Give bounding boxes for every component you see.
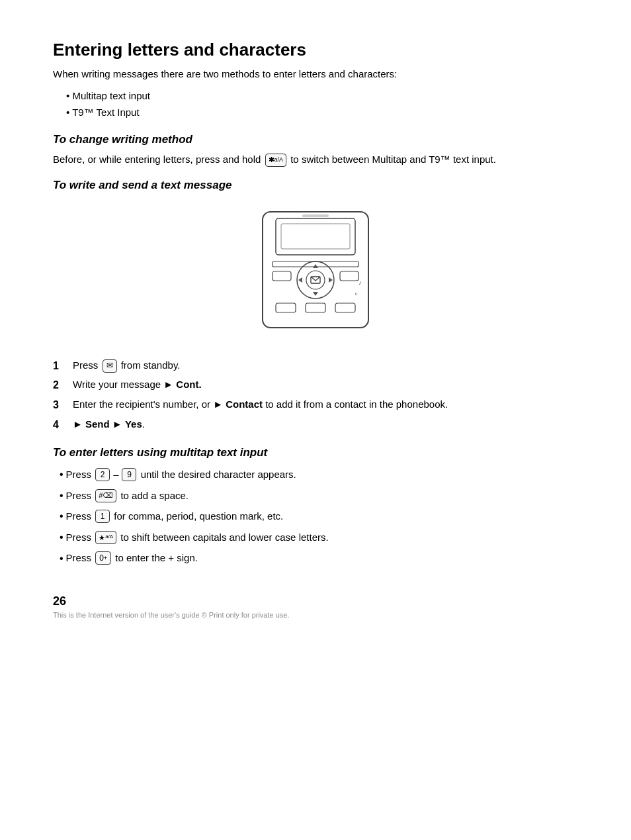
svg-rect-2 [281,224,350,249]
svg-rect-13 [276,303,296,312]
key-2: 2 [95,468,110,481]
key-0-plus: 0+ [95,551,111,565]
envelope-key: ✉ [103,359,117,373]
step-num-2: 2 [53,377,73,394]
multitap-step-4: Press ★a/A to shift between capitals and… [60,528,578,547]
section-title-change-writing: To change writing method [53,133,578,146]
multitap-step-2: Press #⌫ to add a space. [60,486,578,506]
svg-rect-18 [302,214,329,217]
key-9: 9 [122,468,136,481]
method-2: T9™ Text Input [66,104,578,121]
section-body-change-writing: Before, or while entering letters, press… [53,152,578,167]
svg-marker-12 [329,277,333,283]
svg-rect-4 [273,271,291,281]
step-content-3: Enter the recipient's number, or ► Conta… [73,397,578,412]
step-num-4: 4 [53,416,73,434]
step-num-1: 1 [53,357,73,375]
section-title-write-send: To write and send a text message [53,179,578,192]
phone-diagram: ♪ c [53,205,578,338]
svg-marker-10 [313,292,318,296]
press-label-2: Press [66,487,91,505]
multitap-suffix-4: to shift between capitals and lower case… [120,528,328,547]
svg-marker-11 [298,277,302,283]
press-label-3: Press [66,507,91,526]
multitap-step-3: Press 1 for comma, period, question mark… [60,506,578,526]
multitap-step-1: Press 2 – 9 until the desired character … [60,465,578,485]
svg-rect-15 [335,303,355,312]
svg-rect-0 [263,212,368,328]
multitap-steps-list: Press 2 – 9 until the desired character … [60,465,578,568]
multitap-suffix-2: to add a space. [120,487,189,505]
methods-list: Multitap text input T9™ Text Input [66,87,578,121]
svg-text:c: c [355,291,358,296]
step-content-2: Write your message ► Cont. [73,377,578,392]
key-hash: #⌫ [95,489,116,502]
page-title: Entering letters and characters [53,40,578,60]
press-label-1: Press [66,465,91,484]
section-title-multitap: To enter letters using multitap text inp… [53,446,578,459]
key-star-shift: ★a/A [95,531,116,544]
multitap-suffix-1: until the desired character appears. [141,465,296,484]
step-4: 4 ► Send ► Yes. [53,416,578,434]
steps-list: 1 Press ✉ from standby. 2 Write your mes… [53,357,578,433]
svg-rect-14 [306,303,325,312]
method-1: Multitap text input [66,87,578,105]
intro-text: When writing messages there are two meth… [53,67,578,82]
svg-rect-5 [340,271,358,281]
svg-marker-9 [313,264,318,268]
footer-note: This is the Internet version of the user… [53,611,578,619]
svg-point-7 [306,271,325,289]
step-2: 2 Write your message ► Cont. [53,377,578,394]
step-1: 1 Press ✉ from standby. [53,357,578,375]
key-1: 1 [95,510,110,523]
star-key: ✱a/A [265,154,287,167]
multitap-suffix-3: for comma, period, question mark, etc. [114,507,283,526]
step-content-4: ► Send ► Yes. [73,416,578,432]
multitap-step-5: Press 0+ to enter the + sign. [60,549,578,569]
step-content-1: Press ✉ from standby. [73,357,578,373]
page-footer: 26 This is the Internet version of the u… [53,594,578,619]
step-num-3: 3 [53,397,73,414]
page-number: 26 [53,594,578,608]
svg-text:♪: ♪ [358,279,362,286]
step-3: 3 Enter the recipient's number, or ► Con… [53,397,578,414]
multitap-suffix-5: to enter the + sign. [115,549,198,567]
press-label-4: Press [66,528,91,547]
press-label-5: Press [66,549,91,567]
